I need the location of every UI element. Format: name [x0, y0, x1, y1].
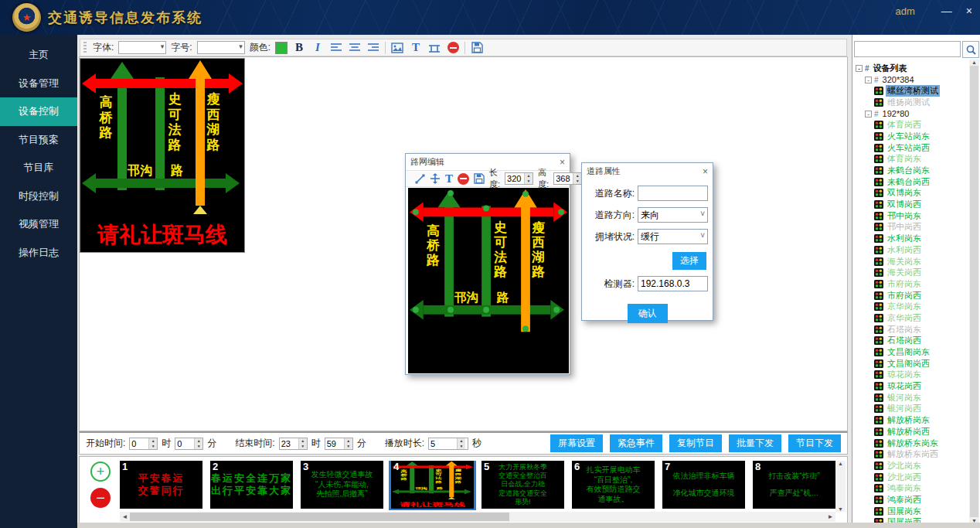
- sidebar-item[interactable]: 设备管理: [0, 70, 77, 98]
- spin-down-icon[interactable]: ▼: [525, 179, 533, 184]
- tree-node[interactable]: - # 设备列表: [854, 63, 970, 74]
- action-button[interactable]: 屏幕设置: [550, 434, 603, 452]
- tree-node[interactable]: - # 火车站岗东: [854, 131, 970, 142]
- add-program-button[interactable]: +: [90, 462, 111, 482]
- action-button[interactable]: 批量下发: [729, 434, 781, 452]
- program-thumbnail[interactable]: 6 扎实开展电动车“百日整治”,有效预防道路交通事故。: [572, 461, 655, 509]
- scroll-left-icon[interactable]: ◄: [120, 513, 130, 520]
- delete-button[interactable]: [446, 41, 460, 55]
- spin-down-icon[interactable]: ▼: [345, 444, 352, 449]
- tree-node[interactable]: - # 鸿泰岗东: [854, 482, 970, 494]
- tree-node[interactable]: - # 海关岗东: [854, 256, 970, 267]
- tree-node[interactable]: - # 银河岗东: [854, 392, 970, 404]
- action-button[interactable]: 复制节目: [669, 434, 722, 452]
- tree-node[interactable]: - # 石塔岗西: [854, 336, 970, 347]
- tree-node[interactable]: - # 水利岗东: [854, 233, 970, 244]
- playlist-horizontal-scrollbar[interactable]: ◄ ►: [120, 512, 835, 522]
- end-hour-spinner[interactable]: ▲▼: [279, 438, 308, 450]
- end-minute-input[interactable]: [325, 438, 344, 449]
- tree-node[interactable]: - # 银河岗西: [854, 404, 970, 415]
- sidebar-item[interactable]: 时段控制: [0, 182, 77, 211]
- scroll-right-icon[interactable]: ►: [825, 513, 835, 520]
- draw-cross-button[interactable]: [430, 172, 441, 186]
- tree-node[interactable]: - # 双博岗东: [854, 188, 970, 199]
- tree-node[interactable]: - # 192*80: [854, 108, 970, 120]
- tree-node[interactable]: - # 沙北岗西: [854, 472, 970, 483]
- dialog-title-bar[interactable]: 道路属性 ×: [582, 163, 713, 179]
- tree-node[interactable]: - # 海关岗西: [854, 267, 970, 278]
- program-thumbnail[interactable]: 4: [391, 461, 474, 509]
- length-input[interactable]: [505, 173, 524, 184]
- align-center-button[interactable]: [348, 41, 362, 55]
- program-thumbnail[interactable]: 1 平安春运交警同行: [120, 461, 202, 509]
- toolbar-grip[interactable]: [83, 42, 87, 53]
- scroll-down-icon[interactable]: ▼: [838, 506, 843, 512]
- road-direction-select[interactable]: 来向: [638, 207, 708, 223]
- sidebar-item[interactable]: 节目预案: [0, 126, 77, 155]
- save-button[interactable]: [470, 41, 484, 55]
- playlist-vertical-scrollbar[interactable]: ▲ ▼: [835, 461, 846, 512]
- length-spinner[interactable]: ▲▼: [505, 172, 533, 185]
- tree-node[interactable]: - # 国展岗东: [854, 506, 970, 517]
- remove-program-button[interactable]: −: [90, 488, 111, 508]
- tree-node[interactable]: - # 沙北岗东: [854, 460, 970, 472]
- program-thumbnail[interactable]: 7 依法治理非标车辆净化城市交通环境: [662, 461, 745, 509]
- tree-node[interactable]: - # 鸿泰岗西: [854, 494, 970, 506]
- tree-node[interactable]: - # 琼花岗西: [854, 380, 970, 392]
- insert-text-button[interactable]: T: [445, 172, 453, 186]
- tree-node[interactable]: - # 水利岗西: [854, 244, 970, 256]
- start-hour-input[interactable]: [130, 438, 148, 449]
- close-icon[interactable]: ×: [703, 166, 708, 177]
- tree-node[interactable]: - # 解放桥岗东: [854, 414, 970, 426]
- spin-up-icon[interactable]: ▲: [345, 438, 352, 444]
- collapse-icon[interactable]: -: [865, 111, 872, 118]
- close-button[interactable]: ×: [966, 3, 972, 19]
- tree-node[interactable]: - # 来鹤台岗西: [854, 176, 970, 188]
- font-select[interactable]: [118, 41, 166, 54]
- spin-up-icon[interactable]: ▲: [195, 438, 202, 444]
- tree-node[interactable]: - # 体育岗东: [854, 154, 970, 165]
- spin-up-icon[interactable]: ▲: [149, 438, 157, 444]
- save-button[interactable]: [474, 172, 485, 186]
- search-input[interactable]: [854, 41, 961, 57]
- spin-down-icon[interactable]: ▼: [195, 444, 202, 449]
- align-right-button[interactable]: [366, 41, 380, 55]
- scrollbar-thumb[interactable]: [130, 513, 509, 521]
- tree-node[interactable]: - # 琼花岗东: [854, 370, 970, 381]
- duration-spinner[interactable]: ▲▼: [428, 438, 468, 450]
- spin-down-icon[interactable]: ▼: [573, 179, 581, 184]
- close-icon[interactable]: ×: [560, 157, 565, 168]
- tree-node[interactable]: - # 火车站岗西: [854, 142, 970, 154]
- duration-input[interactable]: [429, 438, 457, 449]
- tree-node[interactable]: - # 320*384: [854, 74, 970, 86]
- tree-node[interactable]: - # 维扬岗测试: [854, 97, 970, 108]
- tree-node[interactable]: - # 文昌阁岗西: [854, 358, 970, 370]
- spin-down-icon[interactable]: ▼: [458, 444, 465, 449]
- select-button[interactable]: 选择: [672, 252, 706, 270]
- tree-node[interactable]: - # 市府岗西: [854, 290, 970, 301]
- minimize-button[interactable]: —: [941, 3, 952, 19]
- spin-down-icon[interactable]: ▼: [299, 444, 307, 449]
- program-thumbnail[interactable]: 3 发生轻微交通事故“人未伤,车能动,先拍照,后撤离”: [301, 461, 383, 509]
- tree-node[interactable]: - # 文昌阁岗东: [854, 346, 970, 358]
- congestion-select[interactable]: 缓行: [638, 229, 708, 244]
- insert-image-button[interactable]: [390, 41, 404, 55]
- scroll-up-icon[interactable]: ▲: [838, 461, 843, 466]
- collapse-icon[interactable]: -: [865, 77, 872, 83]
- tree-node[interactable]: - # 市府岗东: [854, 278, 970, 290]
- start-minute-spinner[interactable]: ▲▼: [175, 438, 203, 450]
- tree-node[interactable]: - # 京华岗东: [854, 301, 970, 312]
- tree-node[interactable]: - # 京华岗西: [854, 312, 970, 324]
- editor-canvas[interactable]: 高桥路 史可法路 瘦西湖路 邗沟 路 请礼让斑马线: [408, 188, 569, 373]
- tree-scrollbar[interactable]: ▲ ▼: [969, 60, 979, 523]
- start-minute-input[interactable]: [175, 438, 194, 449]
- sidebar-item[interactable]: 操作日志: [0, 239, 77, 267]
- program-thumbnail[interactable]: 5 大力开展秋冬季交通安全整治百日会战,全力稳定道路交通安全形势!: [481, 461, 564, 509]
- start-hour-spinner[interactable]: ▲▼: [129, 438, 158, 450]
- end-minute-spinner[interactable]: ▲▼: [325, 438, 353, 450]
- align-left-button[interactable]: [329, 41, 343, 55]
- confirm-button[interactable]: 确认: [628, 304, 668, 323]
- insert-text-button[interactable]: T: [409, 41, 423, 55]
- color-swatch[interactable]: [275, 42, 288, 54]
- tree-node[interactable]: - # 来鹤台岗东: [854, 165, 970, 176]
